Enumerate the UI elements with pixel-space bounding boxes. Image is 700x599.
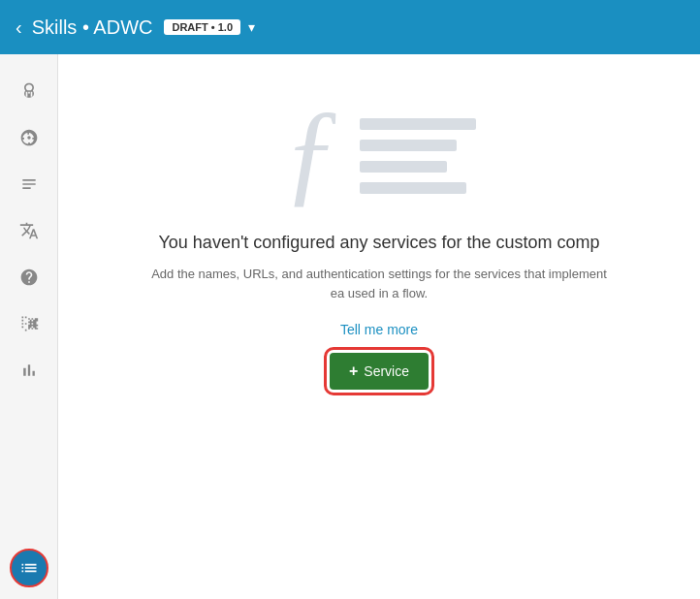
- empty-state-illustration: ƒ: [282, 93, 476, 209]
- empty-state-subtitle: Add the names, URLs, and authentication …: [146, 265, 612, 302]
- settings-chat-icon: [19, 128, 39, 147]
- app-header: ‹ Skills • ADWC DRAFT • 1.0 ▾: [0, 0, 700, 54]
- checklist-icon: [19, 314, 39, 333]
- sidebar-item-chart[interactable]: [8, 349, 50, 392]
- illustration-lines: [360, 118, 476, 194]
- sidebar: [0, 54, 58, 599]
- illustration-line-1: [360, 118, 476, 130]
- sidebar-item-text[interactable]: [8, 163, 50, 205]
- empty-state-title: You haven't configured any services for …: [119, 233, 638, 253]
- add-service-button[interactable]: + Service: [330, 353, 429, 390]
- illustration-line-2: [360, 140, 457, 151]
- illustration-line-3: [360, 161, 447, 173]
- header-title: Skills • ADWC: [32, 16, 153, 39]
- sidebar-item-help[interactable]: [8, 256, 50, 299]
- draft-badge: DRAFT • 1.0: [164, 19, 240, 35]
- content-area: ƒ You haven't configured any services fo…: [58, 54, 700, 599]
- plus-icon: +: [349, 363, 358, 380]
- translate-icon: [19, 221, 39, 240]
- chevron-down-icon[interactable]: ▾: [248, 19, 255, 35]
- text-icon: [19, 174, 39, 194]
- sidebar-item-services[interactable]: [10, 549, 48, 587]
- function-icon: ƒ: [282, 93, 340, 209]
- sidebar-item-checklist[interactable]: [8, 302, 50, 345]
- sidebar-item-translate[interactable]: [8, 209, 50, 252]
- help-icon: [19, 268, 39, 287]
- services-list-icon: [19, 558, 39, 578]
- illustration-line-4: [360, 182, 466, 194]
- tell-more-link[interactable]: Tell me more: [340, 322, 418, 337]
- brain-icon: [19, 81, 39, 101]
- sidebar-item-brain[interactable]: [8, 70, 50, 112]
- add-service-label: Service: [364, 363, 409, 379]
- sidebar-item-settings[interactable]: [8, 116, 50, 159]
- back-button[interactable]: ‹: [16, 16, 22, 39]
- chart-icon: [19, 361, 39, 380]
- main-layout: ƒ You haven't configured any services fo…: [0, 54, 700, 599]
